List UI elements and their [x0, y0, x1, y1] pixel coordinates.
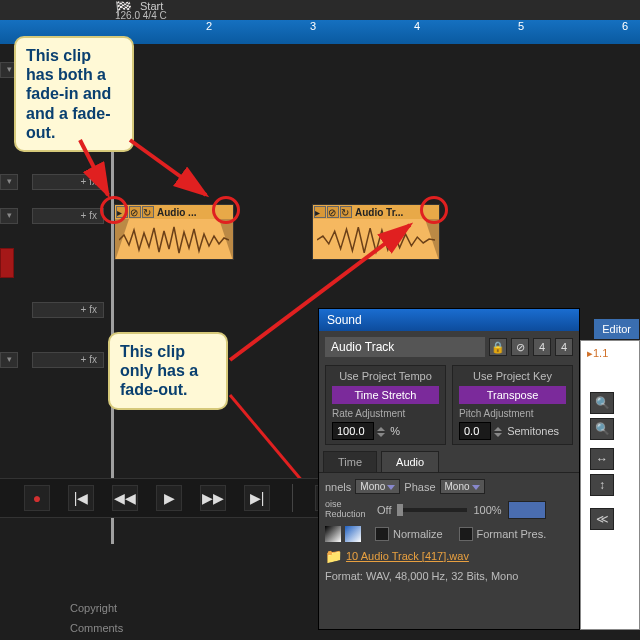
fade-out-icon[interactable] — [345, 526, 361, 542]
folder-icon[interactable]: 📁 — [325, 548, 342, 564]
nr-100-label: 100% — [473, 504, 501, 516]
clip-name-field[interactable]: Audio Track — [325, 337, 485, 357]
clip-label: Audio ... — [157, 207, 196, 218]
key-section: Use Project Key Transpose Pitch Adjustme… — [452, 365, 573, 445]
stepper-icon[interactable] — [377, 427, 387, 437]
pitch-unit: Semitones — [507, 425, 559, 437]
waveform — [317, 225, 435, 255]
rate-label: Rate Adjustment — [332, 408, 439, 419]
tick: 4 — [414, 20, 420, 44]
collapse-button[interactable]: ≪ — [590, 508, 614, 530]
clip-play-icon[interactable]: ▸ — [314, 206, 326, 218]
clip-label: Audio Tr... — [355, 207, 403, 218]
time-stretch-button[interactable]: Time Stretch — [332, 386, 439, 404]
tick: 3 — [310, 20, 316, 44]
tab-time[interactable]: Time — [323, 451, 377, 472]
formant-label: Formant Pres. — [477, 528, 547, 540]
beats-a-field[interactable]: 4 — [533, 338, 551, 356]
audio-tab-body: nnels Mono Phase Mono oiseReduction Off … — [319, 473, 579, 588]
track-record-arm[interactable] — [0, 248, 14, 278]
tick: 6 — [622, 20, 628, 44]
channels-label: nnels — [325, 481, 351, 493]
channels-select[interactable]: Mono — [355, 479, 400, 494]
normalize-label: Normalize — [393, 528, 443, 540]
zoom-out-button[interactable]: 🔍 — [590, 418, 614, 440]
chevron-down-icon — [472, 485, 480, 490]
clip-mute-icon[interactable]: ⊘ — [129, 206, 141, 218]
noise-reduction-label: oiseReduction — [325, 500, 371, 520]
key-header: Use Project Key — [459, 370, 566, 382]
transpose-button[interactable]: Transpose — [459, 386, 566, 404]
beats-b-field[interactable]: 4 — [555, 338, 573, 356]
rate-unit: % — [390, 425, 400, 437]
copyright-label: Copyright — [70, 602, 117, 614]
annotation-callout: This clip has both a fade-in and and a f… — [14, 36, 134, 152]
annotation-callout: This clip only has a fade-out. — [108, 332, 228, 410]
fx-button[interactable]: + fx — [32, 352, 104, 368]
formant-checkbox[interactable] — [459, 527, 473, 541]
clip-loop-icon[interactable]: ↻ — [142, 206, 154, 218]
track-expand-icon[interactable]: ▾ — [0, 352, 18, 368]
highlight-circle-icon — [212, 196, 240, 224]
tick: 5 — [518, 20, 524, 44]
chevron-down-icon — [387, 485, 395, 490]
tab-audio[interactable]: Audio — [381, 451, 439, 472]
clip-mute-icon[interactable]: ⊘ — [327, 206, 339, 218]
normalize-checkbox[interactable] — [375, 527, 389, 541]
fx-button[interactable]: + fx — [32, 174, 104, 190]
filename-link[interactable]: 10 Audio Track [417].wav — [346, 550, 469, 562]
format-label: Format: — [325, 570, 363, 582]
play-button[interactable]: ▶ — [156, 485, 182, 511]
zoom-in-button[interactable]: 🔍 — [590, 392, 614, 414]
track-expand-icon[interactable]: ▾ — [0, 174, 18, 190]
panel-title: Sound — [319, 309, 579, 331]
phase-label: Phase — [404, 481, 435, 493]
skip-back-button[interactable]: |◀ — [68, 485, 94, 511]
clip-loop-icon[interactable]: ↻ — [340, 206, 352, 218]
fit-h-button[interactable]: ↔ — [590, 448, 614, 470]
editor-tab[interactable]: Editor — [594, 319, 639, 339]
phase-select[interactable]: Mono — [440, 479, 485, 494]
format-value: WAV, 48,000 Hz, 32 Bits, Mono — [366, 570, 518, 582]
pitch-label: Pitch Adjustment — [459, 408, 566, 419]
highlight-circle-icon — [420, 196, 448, 224]
nr-off-label: Off — [377, 504, 391, 516]
lock-icon[interactable]: 🔒 — [489, 338, 507, 356]
tempo-header: Use Project Tempo — [332, 370, 439, 382]
fx-button[interactable]: + fx — [32, 208, 104, 224]
fade-in-icon[interactable] — [325, 526, 341, 542]
tick: 2 — [206, 20, 212, 44]
rate-input[interactable]: 100.0 — [332, 422, 374, 440]
mute-icon[interactable]: ⊘ — [511, 338, 529, 356]
stepper-icon[interactable] — [494, 427, 504, 437]
comments-label: Comments — [70, 622, 123, 634]
highlight-circle-icon — [100, 196, 128, 224]
pitch-input[interactable]: 0.0 — [459, 422, 491, 440]
track-expand-icon[interactable]: ▾ — [0, 208, 18, 224]
fast-forward-button[interactable]: ▶▶ — [200, 485, 226, 511]
record-button[interactable]: ● — [24, 485, 50, 511]
divider — [292, 484, 293, 512]
noise-reduction-slider[interactable] — [397, 508, 467, 512]
skip-forward-button[interactable]: ▶| — [244, 485, 270, 511]
sound-panel: Sound Audio Track 🔒 ⊘ 4 4 Use Project Te… — [318, 308, 580, 630]
tempo-section: Use Project Tempo Time Stretch Rate Adju… — [325, 365, 446, 445]
fx-button[interactable]: + fx — [32, 302, 104, 318]
editor-version: ▸1.1 — [587, 347, 608, 360]
waveform-preview-icon[interactable] — [508, 501, 546, 519]
fit-v-button[interactable]: ↕ — [590, 474, 614, 496]
topbar: 🏁 Start 126.0 4/4 C — [0, 0, 640, 20]
waveform — [119, 225, 229, 255]
rewind-button[interactable]: ◀◀ — [112, 485, 138, 511]
